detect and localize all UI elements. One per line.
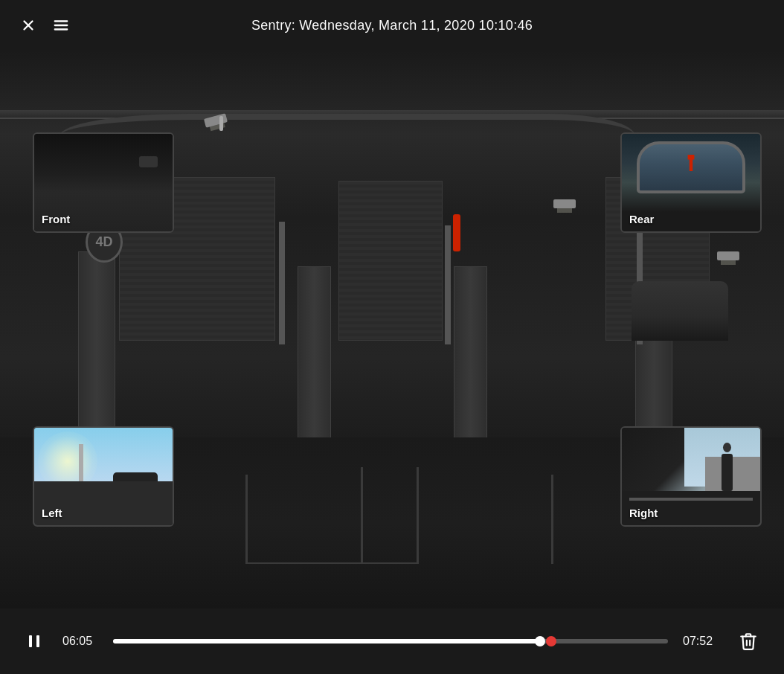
garage-shutter-2 — [338, 181, 443, 341]
parking-line-4 — [551, 475, 553, 564]
menu-button[interactable] — [48, 12, 74, 39]
front-camera-label: Front — [42, 213, 70, 225]
fire-extinguisher — [453, 214, 460, 251]
parking-line-3 — [417, 467, 419, 564]
close-button[interactable] — [15, 12, 42, 39]
svg-rect-5 — [29, 635, 32, 647]
parking-h-line-1 — [245, 562, 417, 564]
progress-fill — [113, 639, 540, 643]
current-time: 06:05 — [62, 635, 98, 648]
svg-rect-6 — [36, 635, 39, 647]
controls-bar: 06:05 07:52 — [0, 609, 784, 674]
pause-button[interactable] — [21, 628, 48, 655]
right-person — [722, 454, 733, 491]
front-cam-object — [139, 156, 158, 167]
tesla-logo-area — [672, 155, 710, 170]
parking-line-1 — [245, 475, 248, 564]
background-car — [632, 281, 728, 341]
progress-bar[interactable] — [113, 639, 668, 643]
left-camera-label: Left — [42, 507, 62, 519]
right-camera-thumbnail[interactable]: Right — [620, 426, 762, 527]
parking-line-2 — [361, 467, 363, 564]
right-stripe — [629, 498, 753, 501]
total-time: 07:52 — [683, 635, 719, 648]
progress-dot-red — [546, 636, 556, 646]
left-camera-thumbnail[interactable]: Left — [33, 426, 174, 527]
charger-1 — [279, 222, 285, 344]
top-bar: Sentry: Wednesday, March 11, 2020 10:10:… — [0, 0, 784, 51]
rear-camera-label: Rear — [629, 213, 654, 225]
charger-2 — [445, 225, 451, 344]
header-title: Sentry: Wednesday, March 11, 2020 10:10:… — [251, 18, 533, 33]
tesla-t-logo — [683, 155, 699, 171]
rear-camera-thumbnail[interactable]: Rear — [620, 132, 762, 233]
main-video-area: 4D Front — [0, 51, 784, 609]
delete-button[interactable] — [733, 626, 763, 656]
rear-window-frame — [637, 141, 745, 193]
ceiling-light-4 — [717, 251, 739, 260]
ceiling-light-2 — [219, 116, 223, 131]
front-camera-thumbnail[interactable]: Front — [33, 132, 174, 233]
right-camera-label: Right — [629, 507, 658, 519]
progress-dot-white — [535, 636, 545, 646]
ceiling-light-3 — [553, 199, 576, 208]
